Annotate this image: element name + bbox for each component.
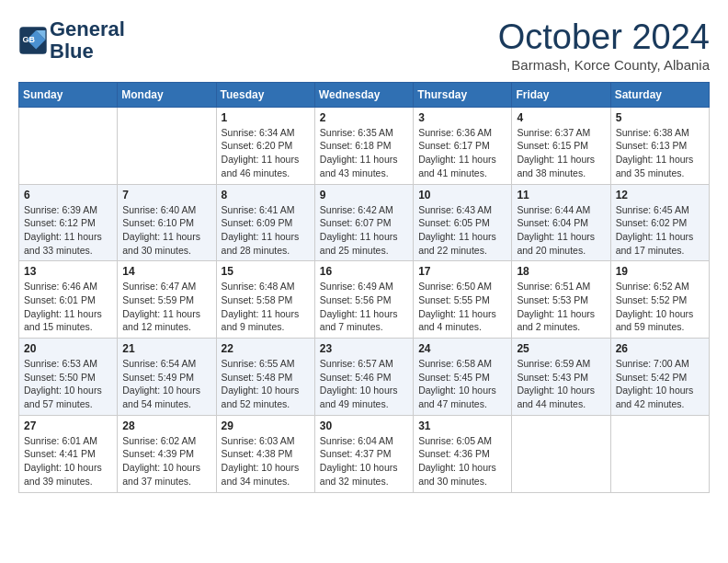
day-info: Sunrise: 6:04 AM Sunset: 4:37 PM Dayligh… (320, 434, 408, 488)
logo: GB General Blue (18, 18, 125, 63)
day-number: 27 (24, 419, 112, 432)
day-number: 3 (418, 111, 506, 124)
day-number: 20 (24, 342, 112, 355)
header-row: SundayMondayTuesdayWednesdayThursdayFrid… (19, 82, 710, 107)
day-info: Sunrise: 6:46 AM Sunset: 6:01 PM Dayligh… (24, 280, 112, 334)
day-cell: 22Sunrise: 6:55 AM Sunset: 5:48 PM Dayli… (216, 339, 314, 416)
day-number: 22 (222, 342, 310, 355)
day-info: Sunrise: 6:01 AM Sunset: 4:41 PM Dayligh… (24, 434, 112, 488)
day-cell: 30Sunrise: 6:04 AM Sunset: 4:37 PM Dayli… (314, 415, 413, 492)
month-title: October 2024 (498, 18, 710, 57)
day-number: 15 (222, 265, 310, 278)
day-info: Sunrise: 6:03 AM Sunset: 4:38 PM Dayligh… (222, 434, 310, 488)
subtitle: Barmash, Korce County, Albania (498, 57, 710, 73)
day-cell: 31Sunrise: 6:05 AM Sunset: 4:36 PM Dayli… (414, 415, 512, 492)
day-info: Sunrise: 6:54 AM Sunset: 5:49 PM Dayligh… (122, 357, 210, 411)
day-cell: 1Sunrise: 6:34 AM Sunset: 6:20 PM Daylig… (216, 107, 314, 184)
week-row: 1Sunrise: 6:34 AM Sunset: 6:20 PM Daylig… (19, 107, 710, 184)
day-number: 17 (418, 265, 506, 278)
day-info: Sunrise: 6:57 AM Sunset: 5:46 PM Dayligh… (320, 357, 408, 411)
day-info: Sunrise: 6:48 AM Sunset: 5:58 PM Dayligh… (222, 280, 310, 334)
day-cell: 20Sunrise: 6:53 AM Sunset: 5:50 PM Dayli… (19, 339, 118, 416)
day-cell: 27Sunrise: 6:01 AM Sunset: 4:41 PM Dayli… (19, 415, 118, 492)
day-info: Sunrise: 6:40 AM Sunset: 6:10 PM Dayligh… (122, 203, 210, 258)
day-cell: 9Sunrise: 6:42 AM Sunset: 6:07 PM Daylig… (314, 184, 413, 261)
logo-line2: Blue (50, 40, 125, 63)
day-number: 29 (222, 419, 310, 432)
logo-line1: General (50, 18, 125, 40)
day-info: Sunrise: 6:39 AM Sunset: 6:12 PM Dayligh… (24, 203, 112, 258)
day-cell (118, 107, 216, 184)
header-cell: Sunday (19, 82, 118, 107)
day-info: Sunrise: 6:50 AM Sunset: 5:55 PM Dayligh… (418, 280, 506, 334)
day-number: 9 (320, 189, 408, 201)
day-cell: 25Sunrise: 6:59 AM Sunset: 5:43 PM Dayli… (512, 339, 610, 416)
day-cell: 17Sunrise: 6:50 AM Sunset: 5:55 PM Dayli… (414, 261, 512, 339)
logo-text: General Blue (50, 18, 125, 63)
day-number: 2 (320, 111, 408, 124)
day-number: 8 (222, 189, 310, 201)
day-info: Sunrise: 6:45 AM Sunset: 6:02 PM Dayligh… (616, 203, 704, 258)
day-number: 11 (517, 189, 605, 201)
day-number: 12 (616, 189, 704, 201)
day-number: 4 (517, 111, 605, 124)
header-cell: Monday (118, 82, 216, 107)
day-info: Sunrise: 6:42 AM Sunset: 6:07 PM Dayligh… (320, 203, 408, 258)
day-cell: 2Sunrise: 6:35 AM Sunset: 6:18 PM Daylig… (314, 107, 413, 184)
day-number: 26 (616, 342, 704, 355)
day-info: Sunrise: 6:53 AM Sunset: 5:50 PM Dayligh… (24, 357, 112, 411)
day-number: 24 (418, 342, 506, 355)
day-info: Sunrise: 6:43 AM Sunset: 6:05 PM Dayligh… (418, 203, 506, 258)
day-cell (610, 415, 709, 492)
day-cell: 24Sunrise: 6:58 AM Sunset: 5:45 PM Dayli… (414, 339, 512, 416)
day-cell: 29Sunrise: 6:03 AM Sunset: 4:38 PM Dayli… (216, 415, 314, 492)
title-section: October 2024 Barmash, Korce County, Alba… (498, 18, 710, 73)
day-info: Sunrise: 6:47 AM Sunset: 5:59 PM Dayligh… (122, 280, 210, 334)
week-row: 13Sunrise: 6:46 AM Sunset: 6:01 PM Dayli… (19, 261, 710, 339)
header: GB General Blue October 2024 Barmash, Ko… (18, 18, 710, 73)
header-cell: Friday (512, 82, 610, 107)
day-number: 1 (222, 111, 310, 124)
day-number: 5 (616, 111, 704, 124)
day-info: Sunrise: 6:05 AM Sunset: 4:36 PM Dayligh… (418, 434, 506, 488)
day-number: 6 (24, 189, 112, 201)
day-info: Sunrise: 6:58 AM Sunset: 5:45 PM Dayligh… (418, 357, 506, 411)
day-info: Sunrise: 6:49 AM Sunset: 5:56 PM Dayligh… (320, 280, 408, 334)
day-number: 14 (122, 265, 210, 278)
week-row: 6Sunrise: 6:39 AM Sunset: 6:12 PM Daylig… (19, 184, 710, 261)
day-cell: 12Sunrise: 6:45 AM Sunset: 6:02 PM Dayli… (610, 184, 709, 261)
day-number: 18 (517, 265, 605, 278)
day-number: 19 (616, 265, 704, 278)
day-cell: 21Sunrise: 6:54 AM Sunset: 5:49 PM Dayli… (118, 339, 216, 416)
logo-icon: GB (18, 26, 48, 55)
day-number: 31 (418, 419, 506, 432)
day-number: 10 (418, 189, 506, 201)
day-info: Sunrise: 6:59 AM Sunset: 5:43 PM Dayligh… (517, 357, 605, 411)
day-info: Sunrise: 6:36 AM Sunset: 6:17 PM Dayligh… (418, 126, 506, 180)
day-cell: 4Sunrise: 6:37 AM Sunset: 6:15 PM Daylig… (512, 107, 610, 184)
day-cell (512, 415, 610, 492)
day-cell: 23Sunrise: 6:57 AM Sunset: 5:46 PM Dayli… (314, 339, 413, 416)
header-cell: Tuesday (216, 82, 314, 107)
day-cell: 3Sunrise: 6:36 AM Sunset: 6:17 PM Daylig… (414, 107, 512, 184)
day-info: Sunrise: 6:02 AM Sunset: 4:39 PM Dayligh… (122, 434, 210, 488)
day-info: Sunrise: 7:00 AM Sunset: 5:42 PM Dayligh… (616, 357, 704, 411)
day-info: Sunrise: 6:35 AM Sunset: 6:18 PM Dayligh… (320, 126, 408, 180)
day-info: Sunrise: 6:34 AM Sunset: 6:20 PM Dayligh… (222, 126, 310, 180)
day-info: Sunrise: 6:41 AM Sunset: 6:09 PM Dayligh… (222, 203, 310, 258)
day-cell: 16Sunrise: 6:49 AM Sunset: 5:56 PM Dayli… (314, 261, 413, 339)
day-number: 13 (24, 265, 112, 278)
day-number: 16 (320, 265, 408, 278)
header-cell: Saturday (610, 82, 709, 107)
day-number: 23 (320, 342, 408, 355)
day-cell: 5Sunrise: 6:38 AM Sunset: 6:13 PM Daylig… (610, 107, 709, 184)
day-info: Sunrise: 6:52 AM Sunset: 5:52 PM Dayligh… (616, 280, 704, 334)
day-cell: 19Sunrise: 6:52 AM Sunset: 5:52 PM Dayli… (610, 261, 709, 339)
day-cell: 11Sunrise: 6:44 AM Sunset: 6:04 PM Dayli… (512, 184, 610, 261)
day-cell: 6Sunrise: 6:39 AM Sunset: 6:12 PM Daylig… (19, 184, 118, 261)
header-cell: Wednesday (314, 82, 413, 107)
day-cell: 14Sunrise: 6:47 AM Sunset: 5:59 PM Dayli… (118, 261, 216, 339)
day-info: Sunrise: 6:37 AM Sunset: 6:15 PM Dayligh… (517, 126, 605, 180)
day-cell: 18Sunrise: 6:51 AM Sunset: 5:53 PM Dayli… (512, 261, 610, 339)
day-cell: 8Sunrise: 6:41 AM Sunset: 6:09 PM Daylig… (216, 184, 314, 261)
